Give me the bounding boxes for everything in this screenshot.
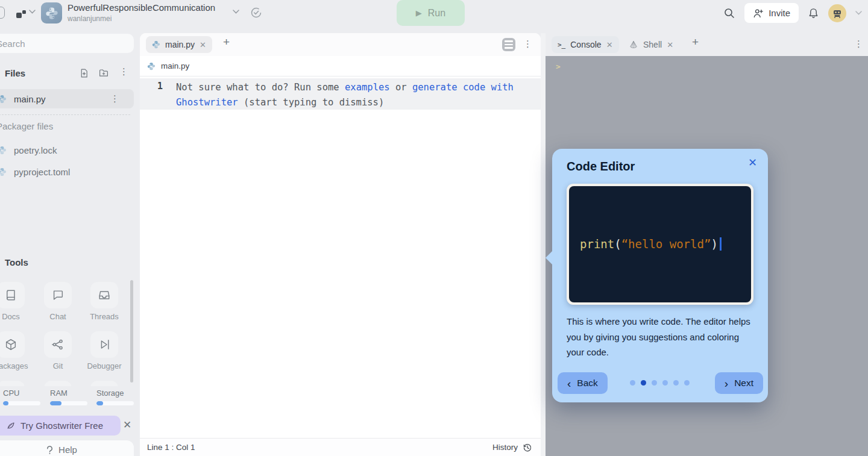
tool-tile-threads[interactable] bbox=[90, 282, 118, 308]
popup-title: Code Editor bbox=[567, 160, 635, 173]
editor-tab-main-py[interactable]: main.py ✕ bbox=[146, 36, 212, 53]
tour-step-dot-4[interactable] bbox=[662, 380, 668, 386]
python-project-icon bbox=[41, 2, 62, 23]
tour-step-dot-3[interactable] bbox=[652, 380, 657, 386]
editor-panel: main.py ✕ + ⋮ main.py 1 Not sure what to… bbox=[140, 33, 541, 456]
threads-icon bbox=[98, 289, 111, 302]
saved-status-icon bbox=[250, 7, 262, 19]
chat-icon bbox=[51, 289, 64, 302]
panel-divider[interactable] bbox=[541, 33, 546, 456]
user-avatar[interactable] bbox=[828, 4, 846, 22]
project-name: PowerfulResponsibleCommunication bbox=[68, 3, 215, 13]
tour-step-dot-1[interactable] bbox=[630, 380, 635, 386]
person-plus-icon bbox=[753, 8, 764, 19]
run-button[interactable]: ▶ Run bbox=[397, 0, 465, 26]
code-area[interactable]: 1 Not sure what to do? Run some examples… bbox=[140, 77, 541, 438]
meter-bar bbox=[3, 401, 40, 405]
tab-console[interactable]: >_ Console ✕ bbox=[552, 36, 619, 53]
meter-label: Storage bbox=[96, 389, 135, 398]
editor-menu-kebab-icon[interactable]: ⋮ bbox=[523, 39, 532, 48]
tour-step-dot-2[interactable] bbox=[641, 380, 646, 386]
file-item-poetry-lock[interactable]: poetry.lock bbox=[0, 140, 134, 160]
chevron-right-icon: › bbox=[725, 378, 728, 389]
search-input[interactable] bbox=[0, 34, 134, 53]
ghost-text: or bbox=[390, 82, 412, 93]
sidebar-scrollbar[interactable] bbox=[130, 280, 133, 383]
history-clock-icon bbox=[523, 443, 532, 452]
tools-section-header: Tools bbox=[5, 257, 28, 267]
breadcrumb[interactable]: main.py bbox=[140, 56, 541, 77]
cursor-position: Line 1 : Col 1 bbox=[147, 443, 195, 452]
ghost-text: Not sure what to do? Run some bbox=[176, 82, 345, 93]
file-item-pyproject-toml[interactable]: pyproject.toml bbox=[0, 162, 134, 181]
close-shell-tab-icon[interactable]: ✕ bbox=[667, 40, 673, 49]
python-file-icon bbox=[0, 95, 7, 104]
editor-tab-bar: main.py ✕ + ⋮ bbox=[140, 33, 541, 56]
project-menu-chevron-icon[interactable] bbox=[233, 10, 239, 14]
search-icon[interactable] bbox=[723, 7, 735, 19]
meter-fill bbox=[3, 401, 8, 405]
tour-popup-code-editor: Code Editor ✕ print(“hello world”) This … bbox=[552, 149, 768, 402]
files-section-header: Files bbox=[5, 68, 25, 78]
close-tab-icon[interactable]: ✕ bbox=[200, 40, 206, 49]
play-icon: ▶ bbox=[416, 8, 422, 17]
left-sidebar: Files ⋮ main.py ⋮ Packager files poetry.… bbox=[0, 26, 139, 456]
code-preview: print(“hello world”) bbox=[569, 186, 751, 302]
add-file-icon[interactable] bbox=[79, 68, 89, 78]
ghost-text: (start typing to dismiss) bbox=[238, 97, 385, 108]
packager-files-header: Packager files bbox=[0, 121, 53, 131]
new-tab-icon[interactable]: + bbox=[223, 36, 230, 49]
meter-fill bbox=[50, 401, 61, 405]
tool-label-docs: Docs bbox=[0, 312, 32, 321]
tool-tile-debugger[interactable] bbox=[90, 331, 118, 358]
top-bar: PowerfulResponsibleCommunication wanlanj… bbox=[0, 0, 868, 26]
help-button[interactable]: Help bbox=[0, 440, 134, 456]
tool-tile-git[interactable] bbox=[44, 331, 72, 358]
tool-label-debugger: Debugger bbox=[83, 361, 125, 370]
replit-logo-icon[interactable] bbox=[15, 7, 27, 19]
tour-step-dot-6[interactable] bbox=[684, 380, 690, 386]
popup-pointer bbox=[546, 250, 553, 266]
ghostwriter-quill-icon bbox=[7, 421, 16, 430]
tool-tile-chat[interactable] bbox=[44, 282, 72, 308]
account-menu-chevron-icon[interactable] bbox=[855, 11, 862, 15]
new-console-tab-icon[interactable]: + bbox=[692, 36, 699, 49]
question-mark-icon bbox=[46, 446, 54, 455]
tool-label-threads: Threads bbox=[83, 312, 125, 321]
notifications-bell-icon[interactable] bbox=[808, 7, 819, 19]
text-cursor bbox=[720, 237, 722, 251]
files-menu-kebab-icon[interactable]: ⋮ bbox=[119, 67, 128, 76]
invite-button[interactable]: Invite bbox=[744, 3, 799, 23]
next-button[interactable]: › Next bbox=[715, 372, 763, 394]
meter-bar bbox=[96, 401, 134, 405]
dismiss-ghostwriter-icon[interactable]: ✕ bbox=[123, 419, 131, 431]
tour-step-dot-5[interactable] bbox=[673, 380, 679, 386]
help-label: Help bbox=[58, 445, 77, 455]
close-console-tab-icon[interactable]: ✕ bbox=[606, 40, 613, 49]
console-menu-kebab-icon[interactable]: ⋮ bbox=[854, 39, 863, 48]
chevron-down-icon[interactable] bbox=[29, 10, 36, 14]
chevron-left-icon: ‹ bbox=[567, 378, 571, 389]
ghost-link[interactable]: Ghostwriter bbox=[176, 97, 238, 108]
docs-icon bbox=[4, 289, 17, 302]
tool-label-chat: Chat bbox=[37, 312, 79, 321]
packages-icon bbox=[4, 338, 17, 351]
ghost-link[interactable]: examples bbox=[345, 82, 390, 93]
tool-tile-docs[interactable] bbox=[0, 282, 25, 308]
tool-tile-packages[interactable] bbox=[0, 331, 25, 358]
ghost-link[interactable]: generate code with bbox=[412, 82, 514, 93]
editor-layout-icon[interactable] bbox=[502, 38, 515, 51]
file-item-main-py[interactable]: main.py ⋮ bbox=[0, 89, 134, 108]
line-number: 1 bbox=[152, 81, 163, 92]
back-button[interactable]: ‹ Back bbox=[558, 372, 608, 394]
add-folder-icon[interactable] bbox=[98, 68, 109, 78]
meter-fill bbox=[96, 401, 103, 405]
window-control-icon[interactable] bbox=[0, 7, 5, 19]
history-button[interactable]: History bbox=[492, 443, 532, 452]
console-prompt: > bbox=[556, 62, 561, 71]
tab-shell[interactable]: Shell ✕ bbox=[623, 36, 679, 53]
file-menu-kebab-icon[interactable]: ⋮ bbox=[110, 94, 119, 103]
close-popup-icon[interactable]: ✕ bbox=[748, 156, 757, 169]
try-ghostwriter-button[interactable]: Try Ghostwriter Free bbox=[0, 416, 121, 436]
ghostwriter-placeholder-text: Not sure what to do? Run some examples o… bbox=[176, 80, 514, 110]
